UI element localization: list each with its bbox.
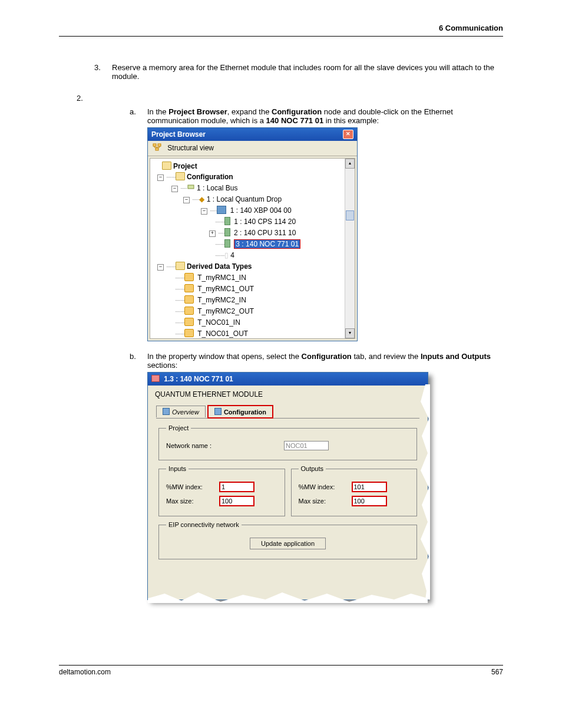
- tree-node-type[interactable]: ········· T_myRMC2_OUT: [151, 306, 353, 317]
- type-icon: [184, 284, 194, 292]
- bus-icon: [187, 184, 195, 192]
- folder-icon: [162, 162, 171, 170]
- tree-node-type[interactable]: ········· T_NOC01_OUT: [151, 328, 353, 339]
- outputs-mw-index-field[interactable]: [352, 482, 387, 492]
- scrollbar[interactable]: ▴ ▾: [345, 159, 355, 338]
- tree-node-type[interactable]: ········· T_myRMC1_IN: [151, 272, 353, 284]
- tree-node-noc[interactable]: ········· 3 : 140 NOC 771 01: [151, 239, 353, 250]
- step-2: 2.: [77, 94, 503, 103]
- inputs-max-size-field[interactable]: [219, 496, 254, 506]
- svg-rect-2: [156, 148, 158, 150]
- network-name-label: Network name :: [166, 442, 219, 449]
- footer-page: 567: [491, 668, 503, 676]
- outputs-group: Outputs %MW index: Max size:: [291, 465, 418, 516]
- selected-node: 3 : 140 NOC 771 01: [234, 239, 300, 249]
- scroll-up-icon[interactable]: ▴: [345, 159, 355, 169]
- header-rule: [59, 36, 503, 37]
- tree-node-slot4[interactable]: ·········▯ 4: [151, 250, 353, 261]
- tab-overview[interactable]: Overview: [156, 406, 206, 417]
- step-number: 2.: [77, 94, 94, 103]
- type-icon: [184, 307, 194, 315]
- tab-configuration[interactable]: Configuration: [207, 405, 273, 419]
- collapse-icon[interactable]: −: [201, 208, 207, 215]
- update-application-button[interactable]: Update application: [250, 538, 326, 549]
- tree-node-xbp[interactable]: −······· 1 : 140 XBP 004 00: [151, 205, 353, 216]
- type-icon: [184, 295, 194, 304]
- collapse-icon[interactable]: −: [171, 186, 178, 192]
- substep-text: In the Project Browser, expand the Confi…: [147, 107, 503, 125]
- tree-node-configuration[interactable]: −·········Configuration: [151, 172, 353, 183]
- group-legend: Outputs: [299, 465, 326, 472]
- group-legend: EIP connectivity network: [166, 521, 242, 528]
- window-title: 1.3 : 140 NOC 771 01: [164, 375, 233, 383]
- tree-node-type[interactable]: ········· T_NOC01_IN: [151, 317, 353, 328]
- type-icon: [184, 329, 194, 337]
- view-toolbar: Structural view: [148, 141, 357, 156]
- tree-node-type[interactable]: ········· T_myRMC1_OUT: [151, 284, 353, 295]
- type-icon: [184, 318, 194, 326]
- module-icon: [224, 228, 230, 236]
- tree-node-project[interactable]: Project: [151, 161, 353, 172]
- project-group: Project Network name :: [158, 424, 417, 460]
- substep-text: In the property window that opens, selec…: [147, 352, 503, 370]
- group-legend: Inputs: [166, 465, 189, 472]
- collapse-icon[interactable]: −: [157, 174, 164, 181]
- scroll-down-icon[interactable]: ▾: [345, 328, 355, 338]
- step-3: 3. Reserve a memory area for the Etherne…: [94, 63, 503, 81]
- collapse-icon[interactable]: −: [183, 197, 190, 203]
- tree-node-ddt[interactable]: −·········Derived Data Types: [151, 261, 353, 272]
- eip-group: EIP connectivity network Update applicat…: [158, 521, 417, 559]
- rack-icon: [217, 206, 226, 214]
- type-icon: [184, 273, 194, 281]
- tree-pane[interactable]: Project −·········Configuration −······ …: [150, 158, 355, 339]
- tab-icon: [214, 408, 222, 415]
- scroll-thumb[interactable]: [346, 210, 354, 220]
- module-description: QUANTUM ETHERNET MODULE: [148, 386, 428, 398]
- close-icon[interactable]: ✕: [343, 130, 353, 139]
- expand-icon[interactable]: +: [209, 230, 216, 237]
- structural-view-icon: [153, 143, 162, 153]
- substep-letter: a.: [130, 107, 147, 125]
- substep-a: a. In the Project Browser, expand the Co…: [130, 107, 503, 125]
- view-label: Structural view: [167, 144, 214, 152]
- module-config-window: 1.3 : 140 NOC 771 01 QUANTUM ETHERNET MO…: [147, 372, 428, 600]
- inputs-mw-index-field[interactable]: [219, 482, 254, 492]
- group-legend: Project: [166, 424, 191, 431]
- substep-letter: b.: [130, 352, 147, 370]
- svg-rect-1: [158, 144, 161, 146]
- tree-node-cps[interactable]: ········· 1 : 140 CPS 114 20: [151, 216, 353, 228]
- page-footer: deltamotion.com 567: [59, 665, 503, 676]
- footer-site: deltamotion.com: [59, 668, 111, 676]
- tree-node-local-bus[interactable]: −······ 1 : Local Bus: [151, 183, 353, 194]
- mw-index-label: %MW index:: [166, 483, 219, 490]
- page-header: 6 Communication: [59, 24, 503, 34]
- step-number: 3.: [94, 63, 112, 81]
- tree-node-cpu[interactable]: +······ 2 : 140 CPU 311 10: [151, 228, 353, 239]
- inputs-group: Inputs %MW index: Max size:: [158, 465, 285, 516]
- module-icon: [151, 375, 160, 382]
- project-browser-window: Project Browser ✕ Structural view Projec…: [147, 127, 358, 341]
- step-text: Reserve a memory area for the Ethernet m…: [112, 63, 503, 81]
- window-titlebar[interactable]: Project Browser ✕: [148, 128, 357, 141]
- network-name-field[interactable]: [284, 441, 329, 450]
- max-size-label: Max size:: [166, 498, 219, 505]
- module-icon: [224, 217, 230, 225]
- tree-node-type[interactable]: ········· T_myRMC2_IN: [151, 295, 353, 306]
- module-icon: [224, 239, 230, 248]
- max-size-label: Max size:: [299, 498, 352, 505]
- collapse-icon[interactable]: −: [157, 264, 164, 271]
- svg-rect-0: [153, 144, 156, 146]
- svg-rect-3: [188, 185, 194, 189]
- substep-b: b. In the property window that opens, se…: [130, 352, 503, 370]
- outputs-max-size-field[interactable]: [352, 496, 387, 506]
- empty-slot-icon: ▯: [224, 251, 229, 259]
- mw-index-label: %MW index:: [299, 483, 352, 490]
- folder-icon: [176, 172, 185, 180]
- tab-bar: Overview Configuration: [156, 404, 419, 419]
- tab-icon: [163, 408, 170, 415]
- tree-node-quantum-drop[interactable]: −·······◆ 1 : Local Quantum Drop: [151, 194, 353, 205]
- folder-icon: [176, 262, 185, 270]
- drop-icon: ◆: [199, 195, 204, 203]
- window-titlebar[interactable]: 1.3 : 140 NOC 771 01: [148, 373, 428, 386]
- window-title: Project Browser: [151, 130, 206, 139]
